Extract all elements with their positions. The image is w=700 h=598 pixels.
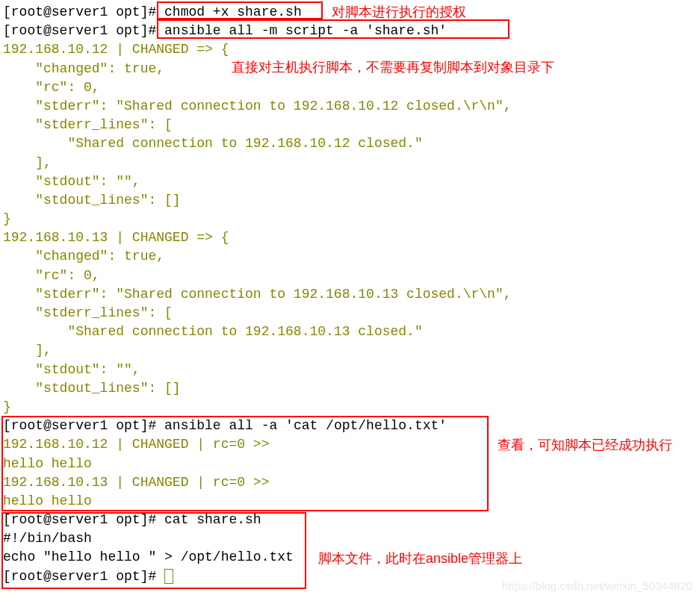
output-line: "Shared connection to 192.168.10.12 clos… (3, 134, 697, 153)
annotation-scriptfile: 脚本文件，此时在ansible管理器上 (318, 549, 522, 568)
shell-prompt: [root@server1 opt]# (3, 23, 164, 38)
output-line: "stdout_lines": [] (3, 379, 697, 398)
output-line: "rc": 0, (3, 78, 697, 97)
output-line: "stdout": "", (3, 172, 697, 191)
output-line: ], (3, 341, 697, 360)
output-line: "stderr_lines": [ (3, 116, 697, 134)
annotation-script: 直接对主机执行脚本，不需要再复制脚本到对象目录下 (232, 58, 554, 77)
output-line: "Shared connection to 192.168.10.13 clos… (3, 323, 697, 341)
annotation-check: 查看，可知脚本已经成功执行 (498, 436, 672, 455)
highlight-box-share-script (1, 512, 306, 589)
shell-prompt: [root@server1 opt]# (3, 4, 164, 19)
output-line: "stderr": "Shared connection to 192.168.… (3, 97, 697, 116)
output-line: ], (3, 154, 697, 172)
output-line: } (3, 398, 697, 417)
annotation-chmod: 对脚本进行执行的授权 (332, 3, 466, 22)
output-line: "rc": 0, (3, 267, 697, 285)
output-line: "stdout": "", (3, 361, 697, 379)
highlight-box-chmod (157, 1, 323, 19)
output-line: "stderr": "Shared connection to 192.168.… (3, 285, 697, 304)
output-line: 192.168.10.12 | CHANGED => { (3, 40, 697, 59)
output-line: 192.168.10.13 | CHANGED => { (3, 228, 697, 247)
watermark-text: https://blog.csdn.net/weixin_50344820 (502, 578, 693, 594)
output-line: "changed": true, (3, 247, 697, 266)
output-line: "stdout_lines": [] (3, 191, 697, 210)
highlight-box-ansible-script (157, 19, 509, 39)
output-line: } (3, 210, 697, 228)
output-line: "stderr_lines": [ (3, 304, 697, 323)
highlight-box-cat-output (1, 416, 489, 511)
